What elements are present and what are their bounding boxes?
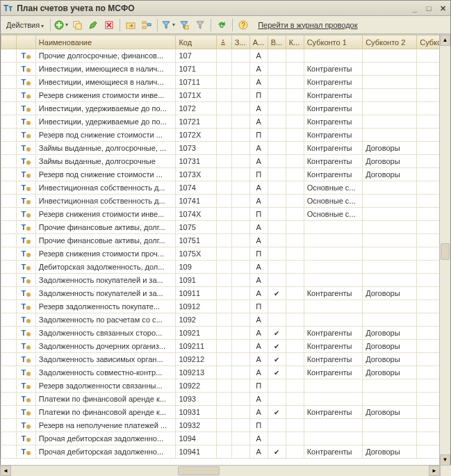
vertical-scrollbar[interactable]: ▲ ▼ <box>439 35 450 466</box>
row-marker <box>1 208 17 221</box>
copy-button[interactable] <box>70 18 84 32</box>
table-row[interactable]: ТПрочая дебиторская задолженно...10941А✔… <box>1 445 450 459</box>
help-button[interactable]: ? <box>236 18 250 32</box>
account-icon: Т <box>21 289 31 297</box>
hscroll-thumb[interactable] <box>178 466 220 475</box>
scroll-track[interactable] <box>440 46 450 454</box>
row-marker <box>1 353 17 366</box>
scroll-right-button[interactable]: ► <box>429 466 440 476</box>
minimize-button[interactable]: _ <box>410 3 420 13</box>
table-row[interactable]: ТЗадолженность зависимых орган...109212А… <box>1 353 450 366</box>
table-row[interactable]: ТЗадолженность совместно-контр...109213А… <box>1 366 450 379</box>
col-sub2[interactable]: Субконто 2 <box>363 35 417 49</box>
cell-code: 10922 <box>176 379 217 393</box>
col-name[interactable]: Наименование <box>35 35 176 49</box>
cell-z <box>231 208 249 221</box>
table-row[interactable]: ТРезерв снижения стоимости инве...1071XП… <box>1 89 450 102</box>
add-button[interactable] <box>54 18 68 32</box>
cell-v <box>268 49 286 63</box>
table-row[interactable]: ТИнвестиции, удерживаемые до по...1072АК… <box>1 102 450 115</box>
cell-code: 109211 <box>176 340 217 353</box>
table-row[interactable]: ТРезерв под снижение стоимости ...1073XП… <box>1 168 450 181</box>
table-row[interactable]: ТИнвестиции, имеющиеся в налич...10711АК… <box>1 76 450 89</box>
col-k[interactable]: К... <box>286 35 304 49</box>
col-v[interactable]: В... <box>268 35 286 49</box>
maximize-button[interactable]: □ <box>424 3 434 13</box>
col-z[interactable]: З... <box>231 35 249 49</box>
table-row[interactable]: ТРезерв под снижение стоимости ...1072XП… <box>1 129 450 142</box>
scroll-down-button[interactable]: ▼ <box>440 454 450 466</box>
table-row[interactable]: ТПлатежи по финансовой аренде к...10931А… <box>1 406 450 419</box>
table-row[interactable]: ТРезерв снижения стоимости инве...1074XП… <box>1 208 450 221</box>
cell-sub2: Договоры <box>363 406 417 419</box>
table-row[interactable]: ТЗадолженность покупателей и за...10911А… <box>1 287 450 300</box>
row-type-icon-cell: Т <box>16 313 35 327</box>
cell-code: 10941 <box>176 445 217 459</box>
col-marker[interactable] <box>1 35 17 49</box>
table-row[interactable]: ТИнвестиции, удерживаемые до по...10721А… <box>1 115 450 129</box>
cell-v <box>268 208 286 221</box>
account-icon: Т <box>21 78 31 86</box>
horizontal-scrollbar[interactable]: ◄ ► <box>0 465 451 476</box>
col-sort[interactable] <box>216 35 231 49</box>
cell-sort <box>216 419 231 432</box>
filter-by-value-button[interactable] <box>177 18 191 32</box>
table-row[interactable]: ТРезерв на неполучение платежей ...10932… <box>1 419 450 432</box>
cell-k <box>286 393 304 406</box>
table-row[interactable]: ТИнвестиции, имеющиеся в налич...1071АКо… <box>1 63 450 76</box>
filter-set-button[interactable] <box>161 18 175 32</box>
table-row[interactable]: ТИнвестиционная собственность д...1074АО… <box>1 181 450 195</box>
scroll-left-button[interactable]: ◄ <box>0 466 11 476</box>
col-code[interactable]: Код <box>176 35 217 49</box>
cell-name: Задолженность зависимых орган... <box>35 353 176 366</box>
cell-name: Платежи по финансовой аренде к... <box>35 393 176 406</box>
table-row[interactable]: ТЗадолженность дочерних организ...109211… <box>1 340 450 353</box>
table-row[interactable]: ТПрочие финансовые активы, долг...10751А <box>1 234 450 247</box>
table-row[interactable]: ТПлатежи по финансовой аренде к...1093А <box>1 393 450 406</box>
cell-k <box>286 155 304 168</box>
table-row[interactable]: ТРезерв снижения стоимости проч...1075XП <box>1 247 450 261</box>
cell-sub1: Контрагенты <box>304 168 363 181</box>
table-row[interactable]: ТПрочая дебиторская задолженно...1094А <box>1 432 450 445</box>
hierarchy-button[interactable] <box>140 18 154 32</box>
cell-v <box>268 300 286 313</box>
table-row[interactable]: ТЗадолженность по расчетам со с...1092А <box>1 313 450 327</box>
cell-type: П <box>249 208 268 221</box>
table-row[interactable]: ТПрочие долгосрочные, финансов...107А <box>1 49 450 63</box>
cell-v <box>268 274 286 287</box>
table-row[interactable]: ТПрочие финансовые активы, долг...1075А <box>1 221 450 234</box>
table-row[interactable]: ТЗадолженность покупателей и за...1091А <box>1 274 450 287</box>
col-icon[interactable] <box>16 35 35 49</box>
refresh-button[interactable] <box>215 18 229 32</box>
move-button[interactable] <box>124 18 138 32</box>
delete-button[interactable] <box>102 18 116 32</box>
row-marker <box>1 49 17 63</box>
cell-name: Дебиторская задолженность, дол... <box>35 261 176 274</box>
row-type-icon-cell: Т <box>16 300 35 313</box>
table-row[interactable]: ТЗадолженность связанных сторо...10921А✔… <box>1 327 450 340</box>
col-sub1[interactable]: Субконто 1 <box>304 35 363 49</box>
table-row[interactable]: ТДебиторская задолженность, дол...109А <box>1 261 450 274</box>
filter-off-button[interactable] <box>193 18 207 32</box>
table-row[interactable]: ТРезерв задолженность покупате...10912П <box>1 300 450 313</box>
separator <box>211 19 211 31</box>
table-row[interactable]: ТЗаймы выданные, долгосрочные, ...1073АК… <box>1 142 450 155</box>
cell-k <box>286 63 304 76</box>
cell-sub2 <box>363 432 417 445</box>
table-row[interactable]: ТИнвестиционная собственность д...10741А… <box>1 195 450 208</box>
table-row[interactable]: ТРезерв задолженности связанны...10922П <box>1 379 450 393</box>
col-a[interactable]: А... <box>249 35 268 49</box>
cell-sort <box>216 49 231 63</box>
close-button[interactable]: ✕ <box>438 3 448 13</box>
refresh-icon <box>217 20 227 30</box>
actions-menu[interactable]: Действия <box>3 21 47 29</box>
scroll-thumb[interactable] <box>441 243 450 260</box>
account-icon: Т <box>21 131 31 139</box>
edit-button[interactable] <box>86 18 100 32</box>
row-type-icon-cell: Т <box>16 208 35 221</box>
hscroll-track[interactable] <box>11 466 429 476</box>
scroll-up-button[interactable]: ▲ <box>440 35 450 46</box>
cell-z <box>231 432 249 445</box>
journal-link[interactable]: Перейти в журнал проводок <box>258 21 357 29</box>
table-row[interactable]: ТЗаймы выданные, долгосрочные10731АКонтр… <box>1 155 450 168</box>
